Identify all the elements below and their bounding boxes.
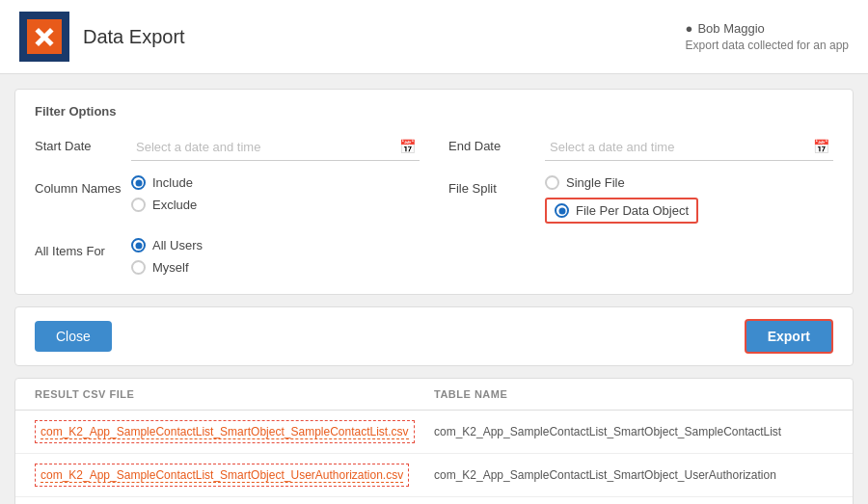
myself-option[interactable]: Myself bbox=[131, 260, 420, 275]
file-split-per-object-radio[interactable] bbox=[555, 203, 569, 218]
column-names-label: Column Names bbox=[35, 175, 122, 196]
csv-link-highlight-2: com_K2_App_SampleContactList_SmartObject… bbox=[35, 464, 409, 487]
end-date-controls: Select a date and time 📅 bbox=[545, 133, 833, 161]
column-names-controls: Include Exclude bbox=[131, 175, 420, 212]
all-users-label: All Users bbox=[152, 238, 203, 252]
table-name-2: com_K2_App_SampleContactList_SmartObject… bbox=[434, 468, 833, 482]
all-items-row: All Items For All Users Myself bbox=[35, 238, 420, 275]
filter-grid: Start Date Select a date and time 📅 End … bbox=[35, 133, 833, 275]
file-split-single-option[interactable]: Single File bbox=[545, 175, 833, 190]
file-split-radio-group: Single File File Per Data Object bbox=[545, 175, 833, 224]
header: Data Export ● Bob Maggio Export data col… bbox=[0, 0, 868, 74]
column-names-exclude-label: Exclude bbox=[152, 198, 197, 212]
table-name-1: com_K2_App_SampleContactList_SmartObject… bbox=[434, 425, 833, 438]
start-date-row: Start Date Select a date and time 📅 bbox=[35, 133, 420, 161]
user-info: ● Bob Maggio bbox=[686, 21, 849, 36]
csv-link-wrapper-1: com_K2_App_SampleContactList_SmartObject… bbox=[35, 420, 434, 443]
end-date-placeholder: Select a date and time bbox=[545, 138, 809, 156]
user-name: Bob Maggio bbox=[697, 21, 764, 36]
column-names-include-option[interactable]: Include bbox=[131, 175, 420, 190]
col-table-header: TABLE NAME bbox=[434, 388, 833, 400]
close-button[interactable]: Close bbox=[35, 321, 112, 352]
start-date-calendar-icon[interactable]: 📅 bbox=[395, 137, 420, 156]
start-date-label: Start Date bbox=[35, 133, 122, 153]
file-split-single-radio[interactable] bbox=[545, 175, 559, 190]
header-right: ● Bob Maggio Export data collected for a… bbox=[686, 21, 849, 52]
start-date-input-wrapper[interactable]: Select a date and time 📅 bbox=[131, 133, 420, 161]
myself-label: Myself bbox=[152, 260, 189, 275]
results-card: RESULT CSV FILE TABLE NAME com_K2_App_Sa… bbox=[14, 378, 854, 504]
column-names-include-radio[interactable] bbox=[131, 175, 146, 190]
action-bar: Close Export bbox=[14, 306, 854, 366]
end-date-input-wrapper[interactable]: Select a date and time 📅 bbox=[545, 133, 833, 161]
all-users-option[interactable]: All Users bbox=[131, 238, 420, 252]
all-users-radio[interactable] bbox=[131, 238, 146, 252]
all-items-label: All Items For bbox=[35, 238, 122, 258]
column-names-exclude-radio[interactable] bbox=[131, 198, 146, 212]
file-split-row: File Split Single File File Per Data Obj… bbox=[448, 175, 833, 224]
start-date-placeholder: Select a date and time bbox=[131, 138, 395, 156]
logo-icon bbox=[27, 19, 62, 54]
file-split-per-object-label: File Per Data Object bbox=[576, 203, 689, 218]
main-container: Filter Options Start Date Select a date … bbox=[0, 74, 868, 504]
myself-radio[interactable] bbox=[131, 260, 146, 275]
col-csv-header: RESULT CSV FILE bbox=[35, 388, 434, 400]
file-split-single-label: Single File bbox=[566, 175, 625, 190]
csv-link-1[interactable]: com_K2_App_SampleContactList_SmartObject… bbox=[41, 425, 409, 439]
column-names-include-label: Include bbox=[152, 175, 193, 190]
table-row: com_K2_App_SampleContactList_SmartObject… bbox=[15, 454, 853, 497]
table-row: com_K2_App_SampleContactList_SmartObject… bbox=[15, 497, 853, 504]
end-date-calendar-icon[interactable]: 📅 bbox=[809, 137, 833, 156]
filter-title: Filter Options bbox=[35, 104, 833, 119]
csv-link-2[interactable]: com_K2_App_SampleContactList_SmartObject… bbox=[41, 468, 403, 483]
app-title: Data Export bbox=[83, 26, 185, 48]
file-split-label: File Split bbox=[448, 175, 535, 196]
end-date-row: End Date Select a date and time 📅 bbox=[448, 133, 833, 161]
table-row: com_K2_App_SampleContactList_SmartObject… bbox=[15, 411, 853, 454]
export-button[interactable]: Export bbox=[745, 319, 833, 354]
column-names-exclude-option[interactable]: Exclude bbox=[131, 198, 420, 212]
app-logo bbox=[19, 12, 69, 62]
csv-link-highlight-1: com_K2_App_SampleContactList_SmartObject… bbox=[35, 420, 415, 443]
user-icon: ● bbox=[686, 21, 693, 36]
results-header: RESULT CSV FILE TABLE NAME bbox=[15, 379, 853, 411]
all-items-radio-group: All Users Myself bbox=[131, 238, 420, 275]
all-items-controls: All Users Myself bbox=[131, 238, 420, 275]
app-subtitle: Export data collected for an app bbox=[686, 39, 849, 52]
file-split-per-object-highlight: File Per Data Object bbox=[545, 198, 698, 224]
csv-link-wrapper-2: com_K2_App_SampleContactList_SmartObject… bbox=[35, 464, 434, 487]
start-date-controls: Select a date and time 📅 bbox=[131, 133, 420, 161]
file-split-per-object-option[interactable]: File Per Data Object bbox=[545, 198, 833, 224]
filter-card: Filter Options Start Date Select a date … bbox=[14, 89, 854, 295]
end-date-label: End Date bbox=[448, 133, 535, 153]
column-names-row: Column Names Include Exclude bbox=[35, 175, 420, 224]
file-split-controls: Single File File Per Data Object bbox=[545, 175, 833, 224]
header-left: Data Export bbox=[19, 12, 185, 62]
column-names-radio-group: Include Exclude bbox=[131, 175, 420, 212]
